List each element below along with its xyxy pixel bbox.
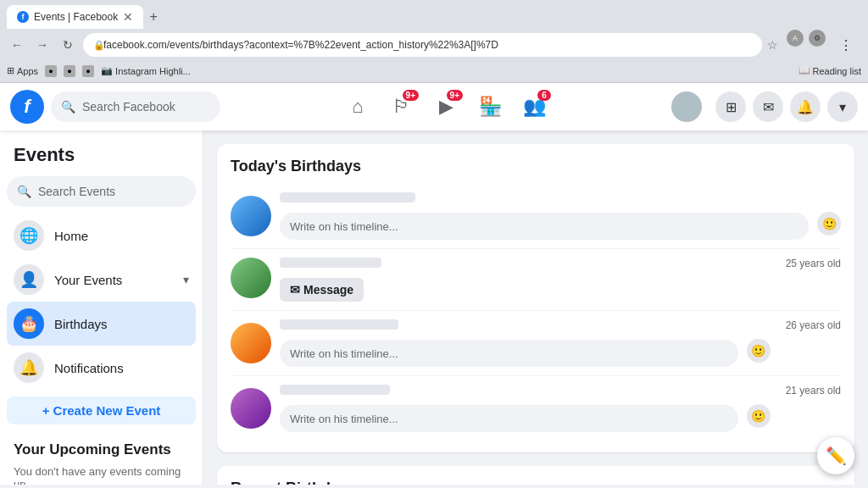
your-events-sidebar-icon: 👤 <box>14 264 44 295</box>
person-4-emoji-button[interactable]: 🙂 <box>747 404 771 428</box>
person-4-write-placeholder: Write on his timeline... <box>290 413 398 425</box>
birthday-person-4: Write on his timeline... 🙂 21 years old <box>231 376 841 439</box>
tab-close-button[interactable]: ✕ <box>123 10 133 24</box>
person-2-age: 25 years old <box>786 258 841 269</box>
person-4-avatar[interactable] <box>231 388 271 429</box>
active-tab[interactable]: f Events | Facebook ✕ <box>7 5 143 29</box>
browser-chrome: f Events | Facebook ✕ + ← → ↻ 🔒 facebook… <box>0 0 868 83</box>
sidebar: Events 🔍 Search Events 🌐 Home 👤 Your Eve… <box>0 130 203 485</box>
notifications-button[interactable]: 🔔 <box>790 92 821 122</box>
person-2-avatar[interactable] <box>231 258 271 298</box>
video-badge: 9+ <box>447 90 463 101</box>
person-1-name <box>280 192 415 202</box>
refresh-button[interactable]: ↻ <box>58 35 78 55</box>
secure-icon: 🔒 <box>93 40 103 50</box>
groups-nav-button[interactable]: 👥 6 <box>514 86 554 127</box>
person-3-write-placeholder: Write on his timeline... <box>290 347 398 360</box>
person-1-write-box[interactable]: Write on his timeline... <box>280 213 809 240</box>
nav-center: ⌂ 🏳 9+ ▶ 9+ 🏪 👥 6 <box>220 86 671 127</box>
notifications-sidebar-icon: 🔔 <box>14 352 44 383</box>
person-4-age: 21 years old <box>786 385 841 396</box>
bookmark-apps[interactable]: ⊞ Apps <box>7 65 38 76</box>
address-bar[interactable]: 🔒 facebook.com/events/birthdays?acontext… <box>83 33 762 57</box>
person-4-name <box>280 385 390 395</box>
person-3-name <box>280 319 398 330</box>
search-placeholder: Search Facebook <box>82 100 175 114</box>
home-icon: ⌂ <box>352 96 363 118</box>
person-1-write-area[interactable]: Write on his timeline... 🙂 <box>280 208 841 240</box>
person-3-write-box[interactable]: Write on his timeline... <box>280 340 738 367</box>
menu-button[interactable]: ⋮ <box>831 30 861 60</box>
upcoming-events-title: Your Upcoming Events <box>7 431 196 462</box>
bookmark-icon-3[interactable]: ● <box>82 65 94 77</box>
tab-bar: f Events | Facebook ✕ + <box>0 0 868 29</box>
forward-button[interactable]: → <box>32 35 53 55</box>
back-button[interactable]: ← <box>7 35 27 55</box>
url-text: facebook.com/events/birthdays?acontext=%… <box>103 39 752 51</box>
search-events-icon: 🔍 <box>17 185 31 198</box>
messenger-button[interactable]: ✉ <box>753 92 783 122</box>
tab-title: Events | Facebook <box>34 11 118 23</box>
marketplace-icon: 🏪 <box>479 96 502 118</box>
upcoming-events-empty: You don't have any events coming up. <box>7 462 196 485</box>
birthday-person-2: ✉ Message 25 years old <box>231 249 841 311</box>
grid-menu-button[interactable]: ⊞ <box>715 92 746 122</box>
friends-nav-button[interactable]: 🏳 9+ <box>381 86 422 127</box>
sidebar-item-notifications[interactable]: 🔔 Notifications <box>7 346 196 390</box>
sidebar-item-home[interactable]: 🌐 Home <box>7 214 196 258</box>
extension-icon[interactable]: ⚙ <box>809 30 826 47</box>
sidebar-item-birthdays[interactable]: 🎂 Birthdays <box>7 302 196 346</box>
todays-birthdays-card: Today's Birthdays Write on his timeline.… <box>217 144 854 452</box>
person-4-write-area[interactable]: Write on his timeline... 🙂 <box>280 400 771 432</box>
facebook-app: f 🔍 Search Facebook ⌂ 🏳 9+ ▶ 9+ 🏪 👥 6 <box>0 83 868 485</box>
main-content: Events 🔍 Search Events 🌐 Home 👤 Your Eve… <box>0 130 868 485</box>
facebook-logo[interactable]: f <box>10 90 44 124</box>
recent-birthdays-card: Recent Birthdays August 23, 1997 Write o… <box>217 466 854 485</box>
message-button[interactable]: ✉ Message <box>280 278 364 302</box>
sidebar-notifications-label: Notifications <box>54 361 189 375</box>
person-1-write-placeholder: Write on his timeline... <box>290 220 398 233</box>
message-icon: ✉ <box>290 283 300 297</box>
search-events-bar[interactable]: 🔍 Search Events <box>7 176 196 207</box>
sidebar-home-label: Home <box>54 229 189 243</box>
search-bar[interactable]: 🔍 Search Facebook <box>51 92 220 122</box>
person-3-age: 26 years old <box>786 319 841 331</box>
video-nav-button[interactable]: ▶ 9+ <box>426 86 466 127</box>
friends-badge: 9+ <box>403 90 419 101</box>
recent-birthdays-title: Recent Birthdays <box>231 480 841 485</box>
person-4-write-box[interactable]: Write on his timeline... <box>280 405 738 432</box>
bookmark-star-icon[interactable]: ☆ <box>767 38 778 52</box>
todays-birthdays-title: Today's Birthdays <box>231 158 841 175</box>
profile-icon-nav[interactable]: A <box>787 30 804 47</box>
new-tab-button[interactable]: + <box>143 7 164 27</box>
search-icon: 🔍 <box>61 100 75 114</box>
user-avatar[interactable] <box>671 92 702 122</box>
tab-favicon: f <box>17 11 29 23</box>
person-1-avatar[interactable] <box>231 196 271 236</box>
person-3-emoji-button[interactable]: 🙂 <box>747 339 771 363</box>
sidebar-your-events-label: Your Events <box>54 273 173 287</box>
birthday-person-3: Write on his timeline... 🙂 26 years old <box>231 311 841 376</box>
sidebar-title: Events <box>7 141 196 176</box>
birthdays-sidebar-icon: 🎂 <box>14 308 44 339</box>
bookmark-icon-1[interactable]: ● <box>45 65 57 77</box>
person-3-avatar[interactable] <box>231 323 271 363</box>
bookmark-icon-2[interactable]: ● <box>64 65 75 77</box>
content-area: Today's Birthdays Write on his timeline.… <box>203 130 868 485</box>
home-nav-button[interactable]: ⌂ <box>337 86 378 127</box>
sidebar-birthdays-label: Birthdays <box>54 317 189 331</box>
marketplace-nav-button[interactable]: 🏪 <box>470 86 510 127</box>
reading-list-button[interactable]: 📖 Reading list <box>798 65 861 76</box>
person-1-emoji-button[interactable]: 🙂 <box>817 212 841 236</box>
top-nav: f 🔍 Search Facebook ⌂ 🏳 9+ ▶ 9+ 🏪 👥 6 <box>0 83 868 130</box>
person-3-write-area[interactable]: Write on his timeline... 🙂 <box>280 335 771 367</box>
bookmark-instagram[interactable]: 📷 Instagram Highli... <box>101 65 191 76</box>
search-events-placeholder: Search Events <box>38 185 115 198</box>
bookmarks-bar: ⊞ Apps ● ● ● 📷 Instagram Highli... 📖 Rea… <box>0 61 868 83</box>
create-event-button[interactable]: + Create New Event <box>7 396 196 424</box>
edit-fab-button[interactable]: ✏️ <box>817 437 854 474</box>
edit-icon: ✏️ <box>826 446 847 466</box>
chevron-down-icon: ▾ <box>183 273 189 286</box>
sidebar-item-your-events[interactable]: 👤 Your Events ▾ <box>7 258 196 302</box>
account-menu-button[interactable]: ▾ <box>827 92 858 122</box>
